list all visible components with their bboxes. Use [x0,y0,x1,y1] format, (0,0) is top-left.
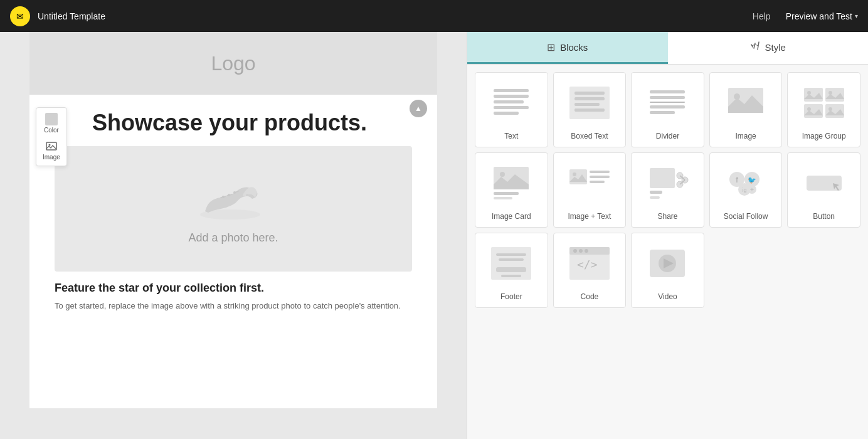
svg-rect-16 [574,103,600,106]
color-swatch [45,113,58,125]
block-footer[interactable]: Footer [475,233,548,308]
help-button[interactable]: Help [753,11,771,21]
block-image-text-preview [559,159,621,207]
svg-rect-21 [650,105,685,108]
svg-rect-20 [650,102,685,103]
block-image-card-preview [480,159,542,207]
logo-section[interactable]: Logo [29,32,437,95]
svg-point-66 [573,249,577,253]
block-image[interactable]: Image [709,72,783,147]
preview-chevron-icon: ▾ [855,13,858,19]
svg-rect-2 [46,142,56,150]
tab-blocks[interactable]: ⊞ Blocks [467,32,668,64]
block-footer-label: Footer [500,292,522,301]
block-divider-preview [637,79,699,127]
svg-rect-40 [590,176,610,178]
block-boxed-text-label: Boxed Text [571,132,608,140]
svg-rect-43 [650,191,662,194]
svg-point-68 [585,249,588,253]
block-image-label: Image [735,132,756,140]
block-image-card[interactable]: Image Card [475,152,548,228]
block-button-label: Button [813,212,835,221]
svg-rect-39 [590,171,610,173]
block-button-preview [793,159,855,207]
block-button[interactable]: Button [787,152,860,228]
block-share[interactable]: Share [631,152,704,228]
block-text-label: Text [504,132,518,140]
product-image-placeholder[interactable]: Add a photo here. [55,146,412,272]
svg-text:</>: </> [577,258,598,271]
blocks-tab-label: Blocks [560,42,588,53]
svg-point-67 [579,249,583,253]
logo-placeholder-text: Logo [211,52,255,75]
top-navigation: ✉ Untitled Template Help Preview and Tes… [0,0,868,32]
svg-text:✉: ✉ [16,11,24,21]
svg-rect-60 [496,253,526,256]
svg-rect-14 [574,92,605,95]
product-headline[interactable]: Feature the star of your collection firs… [55,282,412,295]
nav-right-actions: Help Preview and Test ▾ [753,11,858,21]
svg-rect-17 [574,108,605,112]
svg-rect-9 [494,95,529,98]
color-option[interactable]: Color [39,110,64,136]
headline-text[interactable]: Showcase your products. [92,110,412,136]
svg-rect-37 [569,169,587,184]
svg-rect-22 [650,111,675,114]
svg-rect-18 [650,90,685,93]
svg-rect-12 [494,112,519,115]
headline-section[interactable]: Color Image [29,95,437,146]
svg-point-6 [228,194,230,196]
block-share-label: Share [657,212,677,221]
block-footer-preview [480,240,542,287]
svg-rect-10 [494,100,524,103]
svg-point-5 [222,196,225,198]
block-text[interactable]: Text [475,72,548,147]
image-icon [45,140,58,152]
canvas-scroll: Logo Color [0,32,467,439]
shoe-icon [196,174,271,226]
block-social-follow[interactable]: f 🐦 ig + Social Follow [709,152,783,228]
block-boxed-text-preview [559,79,621,127]
canvas-area: Logo Color [0,32,467,439]
tab-style[interactable]: Style [668,32,869,64]
svg-point-34 [500,172,505,177]
block-social-follow-label: Social Follow [724,212,768,221]
block-image-text[interactable]: Image + Text [553,152,627,228]
block-divider-label: Divider [656,132,679,140]
block-divider[interactable]: Divider [631,72,704,147]
style-icon [750,41,760,53]
svg-text:🐦: 🐦 [748,176,756,184]
mailchimp-logo: ✉ [10,6,30,26]
svg-rect-36 [494,197,512,199]
svg-rect-62 [496,267,526,272]
product-section: Add a photo here. Feature the star of yo… [29,146,437,325]
block-image-group[interactable]: Image Group [787,72,860,147]
color-label: Color [44,127,59,134]
blocks-icon: ⊞ [547,41,555,53]
block-boxed-text[interactable]: Boxed Text [553,72,627,147]
svg-rect-19 [650,96,685,99]
svg-rect-15 [574,97,605,100]
template-content: Logo Color [29,32,437,408]
block-share-preview [637,159,699,207]
product-description[interactable]: To get started, replace the image above … [55,300,412,312]
scroll-up-button[interactable]: ▲ [410,100,427,117]
template-title: Untitled Template [38,11,105,21]
image-option[interactable]: Image [39,137,64,163]
svg-rect-35 [494,192,519,195]
svg-point-38 [573,172,576,176]
svg-point-7 [233,191,236,194]
block-code-label: Code [581,292,599,301]
photo-placeholder-text: Add a photo here. [188,231,278,245]
svg-rect-11 [494,106,529,109]
block-code[interactable]: </> Code [553,233,627,308]
block-code-preview: </> [559,240,621,287]
svg-rect-61 [499,258,524,261]
blocks-grid: Text Boxed Text [467,65,868,315]
svg-rect-42 [650,168,675,188]
main-area: Logo Color [0,32,868,439]
block-video[interactable]: Video [631,233,704,308]
preview-and-test-button[interactable]: Preview and Test ▾ [786,11,858,21]
svg-rect-44 [650,196,660,199]
panel-tabs: ⊞ Blocks Style [467,32,868,65]
